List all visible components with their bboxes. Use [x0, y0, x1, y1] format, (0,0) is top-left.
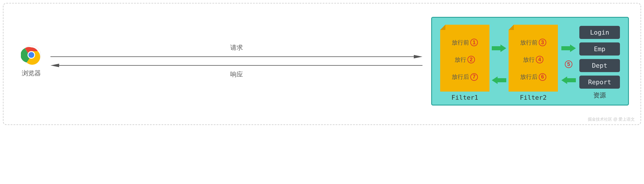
svg-marker-10: [561, 76, 576, 84]
watermark: 掘金技术社区 @ 爱上语文: [588, 117, 635, 122]
flow-arrows-1: [492, 29, 506, 96]
filter2-line-before: 放行前 3: [520, 39, 546, 47]
request-label: 请求: [230, 43, 243, 52]
step-number: 7: [470, 73, 478, 81]
filter1-line-after: 放行后 7: [452, 73, 478, 81]
flow-arrows-2: 5: [560, 29, 577, 96]
svg-point-2: [28, 52, 34, 58]
request-arrow: [50, 54, 422, 60]
resource-report: Report: [579, 76, 620, 89]
server-container: 放行前 1 放行 2 放行后 7 Filter1: [431, 17, 629, 106]
response-label: 响应: [230, 70, 243, 79]
filter1-line-before: 放行前 1: [452, 39, 478, 47]
filter1-group: 放行前 1 放行 2 放行后 7 Filter1: [440, 25, 489, 101]
svg-marker-4: [414, 55, 422, 58]
filter-text: 放行前: [520, 39, 538, 47]
step-number: 3: [539, 39, 546, 46]
request-arrow-row: 请求: [50, 43, 422, 60]
filter-text: 放行前: [452, 39, 469, 47]
forward-arrow-icon: [561, 44, 576, 53]
filter1-label: Filter1: [451, 94, 478, 101]
backward-arrow-icon: [561, 76, 576, 85]
resources-group: Login Emp Dept Report 资源: [579, 26, 620, 100]
response-arrow: [50, 62, 422, 68]
browser-section: 浏览器: [21, 44, 42, 78]
resource-stack: Login Emp Dept Report: [579, 26, 620, 89]
step-number: 4: [536, 56, 543, 63]
svg-marker-6: [50, 64, 59, 67]
step-number: 2: [467, 56, 475, 63]
forward-arrow-icon: [492, 44, 506, 53]
arrows-section: 请求 响应: [42, 43, 431, 79]
filter2-group: 放行前 3 放行 4 放行后 6 Filter2: [509, 25, 558, 101]
resources-label: 资源: [593, 91, 606, 100]
step-number: 6: [539, 73, 546, 81]
svg-marker-7: [492, 44, 506, 52]
filter2-box: 放行前 3 放行 4 放行后 6: [509, 25, 558, 92]
filter-text: 放行后: [520, 73, 538, 81]
filter2-line-do: 放行 4: [523, 56, 543, 64]
svg-marker-9: [561, 44, 576, 52]
chrome-icon: [21, 44, 42, 65]
resource-emp: Emp: [579, 42, 620, 56]
filter-text: 放行后: [452, 73, 469, 81]
filter2-line-after: 放行后 6: [520, 73, 546, 81]
filter2-label: Filter2: [520, 94, 547, 101]
resource-login: Login: [579, 26, 620, 39]
svg-marker-8: [492, 76, 506, 84]
resource-dept: Dept: [579, 59, 620, 72]
filter-text: 放行: [455, 56, 466, 64]
filter1-box: 放行前 1 放行 2 放行后 7: [440, 25, 489, 92]
step-number-5: 5: [565, 60, 572, 68]
step-number: 1: [470, 39, 478, 46]
backward-arrow-icon: [492, 76, 506, 85]
browser-label: 浏览器: [22, 69, 41, 78]
filter1-line-do: 放行 2: [455, 56, 475, 64]
response-arrow-row: 响应: [50, 62, 422, 79]
diagram-container: 浏览器 请求 响应: [3, 3, 641, 125]
filter-text: 放行: [523, 56, 535, 64]
